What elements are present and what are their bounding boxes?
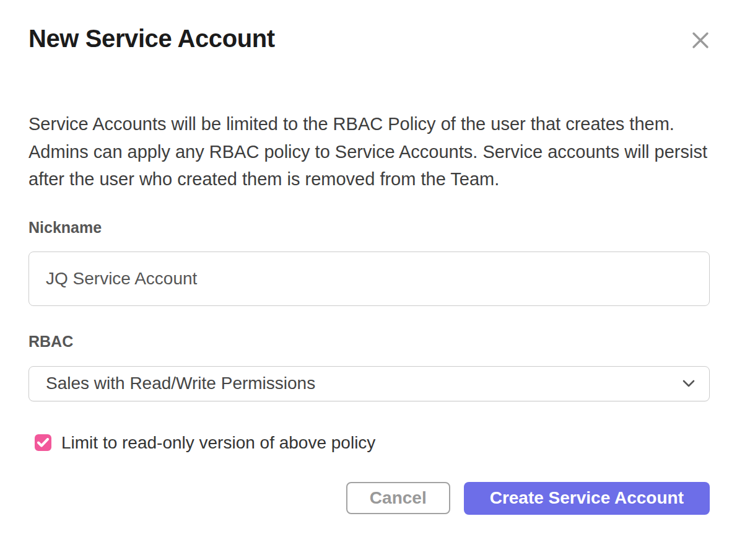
modal-footer: Cancel Create Service Account	[28, 482, 710, 515]
read-only-checkbox[interactable]	[35, 434, 51, 451]
modal-description: Service Accounts will be limited to the …	[28, 110, 712, 193]
rbac-label: RBAC	[28, 332, 710, 351]
read-only-checkbox-label: Limit to read-only version of above poli…	[61, 432, 375, 453]
read-only-checkbox-row[interactable]: Limit to read-only version of above poli…	[35, 432, 710, 453]
page-title: New Service Account	[28, 24, 275, 53]
close-button[interactable]	[691, 31, 710, 50]
checkmark-icon	[37, 438, 49, 447]
rbac-selected-value: Sales with Read/Write Permissions	[46, 374, 315, 393]
new-service-account-modal: New Service Account Service Accounts wil…	[0, 0, 737, 560]
modal-header: New Service Account	[28, 24, 710, 53]
chevron-down-icon	[682, 379, 696, 388]
rbac-select[interactable]: Sales with Read/Write Permissions	[28, 366, 710, 401]
create-service-account-button[interactable]: Create Service Account	[464, 482, 710, 515]
cancel-button[interactable]: Cancel	[346, 482, 450, 514]
close-icon	[691, 31, 710, 50]
nickname-label: Nickname	[28, 218, 710, 237]
nickname-input[interactable]	[28, 252, 710, 306]
